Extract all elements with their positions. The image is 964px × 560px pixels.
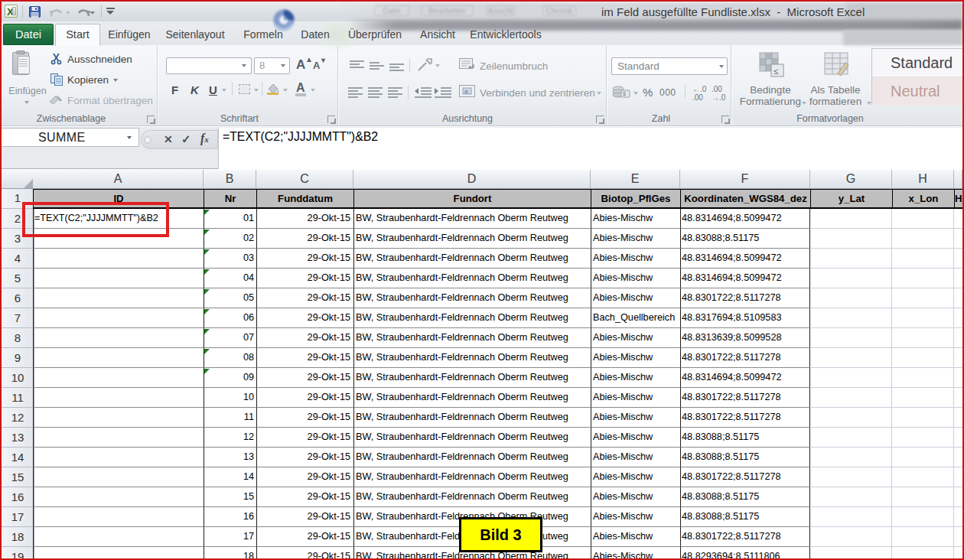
svg-text:≤: ≤ — [773, 67, 778, 76]
svg-text:$: $ — [623, 91, 626, 96]
svg-text:a: a — [464, 88, 468, 95]
